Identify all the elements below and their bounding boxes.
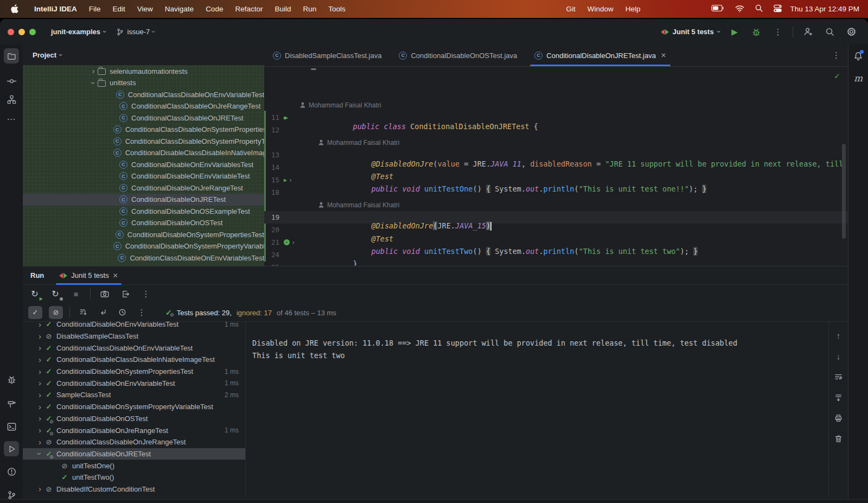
test-console-output[interactable]: Disabled on JRE version: 11.0.18 ==> JRE… — [245, 322, 828, 496]
project-tree-row[interactable]: ConditionalClassDisableOnEnvVariableTest — [23, 89, 264, 101]
gutter-run-icon[interactable] — [279, 176, 298, 184]
zoom-window-button[interactable] — [29, 29, 36, 35]
scroll-up-icon[interactable]: ↑ — [833, 329, 845, 341]
menubar-item[interactable]: Edit — [107, 0, 131, 18]
project-tree-row[interactable]: ConditionalClassDisableOnSystemPropertyT… — [23, 136, 264, 148]
export-test-results-icon[interactable] — [119, 288, 132, 301]
menubar-item[interactable]: Code — [200, 0, 229, 18]
sort-tests-icon[interactable] — [76, 306, 90, 319]
menubar-item[interactable]: Navigate — [159, 0, 200, 18]
run-panel-tab[interactable]: Junit 5 tests ✕ — [56, 266, 121, 284]
minimize-window-button[interactable] — [18, 29, 25, 35]
tree-chevron-icon[interactable] — [35, 414, 44, 423]
build-tool-button[interactable] — [4, 396, 19, 411]
menubar-item[interactable]: Window — [582, 0, 620, 18]
editor-tab[interactable]: DisabledSampleClassTest.java ✕ — [264, 44, 390, 66]
test-tree-row[interactable]: ConditionalDisableClassDisableInNativeIm… — [23, 354, 245, 366]
gutter-run-icon[interactable] — [279, 114, 298, 120]
terminal-tool-button[interactable] — [4, 419, 19, 434]
run-toolbar-kebab[interactable]: ⋮ — [139, 288, 152, 301]
print-icon[interactable] — [833, 412, 845, 424]
tree-chevron-icon[interactable] — [35, 391, 44, 399]
run-configuration-selector[interactable]: Junit 5 tests — [661, 28, 720, 36]
menubar-item[interactable]: Refactor — [229, 0, 269, 18]
editor-options-kebab[interactable]: ⋮ — [832, 44, 840, 66]
menubar-item[interactable]: Run — [297, 0, 322, 18]
project-tree-row[interactable]: ConditionalDisableOnJreRangeTest — [23, 182, 264, 194]
debug-button[interactable] — [749, 25, 763, 39]
project-tree-row[interactable]: unittests — [23, 77, 264, 89]
code-line[interactable]: 18 — [264, 186, 848, 199]
run-tool-button[interactable] — [4, 441, 19, 456]
problems-tool-button[interactable] — [4, 464, 19, 479]
tree-chevron-icon[interactable] — [35, 343, 44, 352]
project-tree-row[interactable]: ConditionalClassDisableOnJreRangeTest — [23, 100, 264, 112]
test-tree-row[interactable]: ConditionalDisableOnOSTest — [23, 413, 245, 425]
menubar-item[interactable]: Help — [620, 0, 647, 18]
tree-chevron-icon[interactable] — [35, 438, 44, 447]
tree-chevron-icon[interactable] — [89, 67, 98, 75]
vcs-branch-widget[interactable]: issue-7 — [116, 28, 155, 36]
test-tree-row[interactable]: ConditionalDisableOnEnvVariableTest 1 ms — [23, 377, 245, 389]
test-tree-row[interactable]: ConditionalClassDisableOnEnvVariableTest — [23, 342, 245, 354]
tree-chevron-icon[interactable] — [89, 79, 98, 87]
project-panel-header[interactable]: Project — [23, 44, 264, 65]
project-tree-row[interactable]: ConditionalDisableOnEnvVariablesTest — [23, 159, 264, 171]
test-tree-row[interactable]: unitTestOne() — [23, 460, 245, 472]
test-snapshot-camera-icon[interactable] — [98, 288, 111, 301]
project-tree-row[interactable]: ConditionalDisableOnOSTest — [23, 217, 264, 229]
test-tree-row[interactable]: ConditionalDisableOnJRETest — [23, 448, 245, 460]
more-run-options-kebab[interactable]: ⋮ — [771, 25, 785, 39]
collapsed-fold-marker[interactable] — [311, 68, 316, 70]
test-tree-row[interactable]: ConditionalDisableOnSystemPropertyVariab… — [23, 401, 245, 413]
editor-tab[interactable]: ConditionalDisableOnOSTest.java ✕ — [390, 44, 526, 66]
test-tree-row[interactable]: ConditionalDisableOnJreRangeTest 1 ms — [23, 424, 245, 436]
soft-wrap-icon[interactable] — [833, 371, 845, 383]
navigate-with-selection-icon[interactable] — [96, 306, 109, 319]
close-tab-icon[interactable]: ✕ — [661, 52, 666, 59]
test-tree-row[interactable]: ConditionalClassDisableOnJreRangeTest — [23, 436, 245, 448]
tree-chevron-icon[interactable] — [35, 485, 44, 493]
tree-chevron-icon[interactable] — [35, 426, 44, 435]
project-widget[interactable]: junit-examples — [51, 28, 106, 36]
test-tree-row[interactable]: DisabledSampleClassTest — [23, 330, 245, 342]
scroll-to-end-icon[interactable] — [833, 391, 845, 403]
tree-chevron-icon[interactable] — [35, 367, 44, 376]
menubar-clock[interactable]: Thu 13 Apr 12:49 PM — [790, 5, 859, 13]
code-line[interactable]: 12 — [264, 124, 848, 136]
scroll-down-icon[interactable]: ↓ — [833, 350, 845, 362]
show-passed-toggle[interactable]: ✓ — [28, 306, 42, 319]
control-center-icon[interactable] — [773, 4, 782, 14]
stop-button[interactable]: ■ — [69, 288, 82, 301]
test-tree-row[interactable]: SampleClassTest 2 ms — [23, 389, 245, 401]
code-line[interactable]: 25 — [264, 261, 848, 266]
commit-tool-button[interactable] — [4, 73, 19, 88]
close-tab-icon[interactable]: ✕ — [113, 272, 118, 279]
menubar-item[interactable]: IntelliJ IDEA — [28, 0, 83, 18]
menubar-item[interactable]: Build — [269, 0, 297, 18]
tree-chevron-icon[interactable] — [35, 355, 44, 364]
battery-icon[interactable] — [711, 4, 725, 14]
project-tool-button[interactable] — [4, 48, 19, 63]
more-tools-button[interactable]: ⋯ — [4, 111, 19, 126]
editor-tab[interactable]: ConditionalDisableOnJRETest.java ✕ — [526, 44, 675, 66]
editor-scrollbar[interactable] — [842, 144, 846, 239]
project-tree-row[interactable]: ConditionalDisableOnSystemPropertyVariab… — [23, 240, 264, 252]
inspections-ok-icon[interactable]: ✓ — [834, 72, 840, 80]
test-tree-row[interactable]: ConditionalDisableOnSystemPropertiesTest… — [23, 366, 245, 378]
apple-icon[interactable] — [11, 4, 18, 14]
project-tree-row[interactable]: ConditionalDisableOnJRETest — [23, 194, 264, 206]
debug-tool-button[interactable] — [4, 372, 19, 387]
run-button[interactable]: ▶ — [727, 25, 742, 39]
maven-tool-button[interactable]: m — [854, 73, 863, 84]
project-tree-row[interactable]: ConditionalDisableOnSystemPropertiesTest — [23, 229, 264, 241]
rerun-tests-button[interactable]: ↻▶ — [28, 288, 41, 301]
clear-console-trash-icon[interactable] — [833, 432, 845, 444]
menubar-item[interactable]: View — [131, 0, 159, 18]
sort-by-duration-icon[interactable] — [116, 306, 129, 319]
wifi-icon[interactable] — [735, 4, 745, 14]
project-tree-row[interactable]: ConditionalDisableOnEnvVariableTest — [23, 170, 264, 182]
project-tree-row[interactable]: ConditionalClassDisableOnSystemPropertie… — [23, 124, 264, 136]
tree-chevron-icon[interactable] — [35, 403, 44, 411]
gutter-run-icon[interactable] — [279, 239, 298, 246]
